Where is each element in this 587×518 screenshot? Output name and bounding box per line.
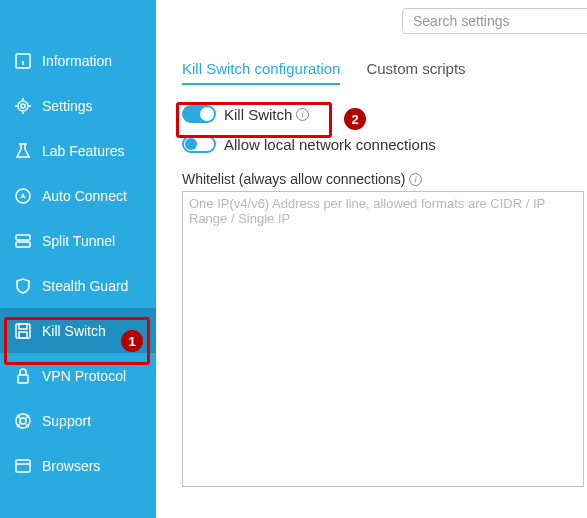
svg-rect-16 <box>18 375 28 383</box>
svg-rect-14 <box>19 324 27 329</box>
sidebar-item-support[interactable]: Support <box>0 398 156 443</box>
allow-local-label: Allow local network connections <box>224 136 436 153</box>
sidebar-item-label: Browsers <box>42 458 100 474</box>
whitelist-input[interactable] <box>182 191 584 487</box>
kill-switch-toggle[interactable] <box>182 105 216 123</box>
svg-point-4 <box>21 104 25 108</box>
sidebar-item-label: Split Tunnel <box>42 233 115 249</box>
tabs: Kill Switch configuration Custom scripts <box>182 60 584 85</box>
shield-icon <box>14 277 32 295</box>
sidebar-item-autoconnect[interactable]: Auto Connect <box>0 173 156 218</box>
svg-rect-11 <box>16 235 30 240</box>
kill-switch-row: Kill Switch i <box>182 105 584 123</box>
layers-icon <box>14 232 32 250</box>
main-content: Kill Switch configuration Custom scripts… <box>156 0 587 518</box>
sidebar: Information Settings Lab Features Auto C… <box>0 0 156 518</box>
svg-rect-12 <box>16 242 30 247</box>
sidebar-item-browsers[interactable]: Browsers <box>0 443 156 488</box>
svg-rect-13 <box>16 324 30 338</box>
whitelist-label: Whitelist (always allow connections) <box>182 171 405 187</box>
sidebar-item-label: VPN Protocol <box>42 368 126 384</box>
sidebar-item-label: Auto Connect <box>42 188 127 204</box>
info-icon[interactable]: i <box>296 108 309 121</box>
tab-killswitch-config[interactable]: Kill Switch configuration <box>182 60 340 85</box>
allow-local-row: Allow local network connections <box>182 135 584 153</box>
sidebar-item-stealthguard[interactable]: Stealth Guard <box>0 263 156 308</box>
svg-rect-23 <box>16 460 30 472</box>
sidebar-item-label: Stealth Guard <box>42 278 128 294</box>
sidebar-item-killswitch[interactable]: Kill Switch <box>0 308 156 353</box>
svg-point-18 <box>20 418 26 424</box>
lifebuoy-icon <box>14 412 32 430</box>
flask-icon <box>14 142 32 160</box>
sidebar-item-label: Support <box>42 413 91 429</box>
info-icon <box>14 52 32 70</box>
sidebar-item-splittunnel[interactable]: Split Tunnel <box>0 218 156 263</box>
compass-icon <box>14 187 32 205</box>
whitelist-label-row: Whitelist (always allow connections) i <box>182 171 584 187</box>
search-wrap <box>402 8 587 34</box>
sidebar-item-lab[interactable]: Lab Features <box>0 128 156 173</box>
search-input[interactable] <box>402 8 587 34</box>
sidebar-item-information[interactable]: Information <box>0 38 156 83</box>
save-icon <box>14 322 32 340</box>
sidebar-item-label: Kill Switch <box>42 323 106 339</box>
kill-switch-label: Kill Switch <box>224 106 292 123</box>
sidebar-item-label: Information <box>42 53 112 69</box>
allow-local-toggle[interactable] <box>182 135 216 153</box>
browser-icon <box>14 457 32 475</box>
sidebar-item-settings[interactable]: Settings <box>0 83 156 128</box>
info-icon[interactable]: i <box>409 173 422 186</box>
sidebar-item-label: Settings <box>42 98 93 114</box>
sidebar-item-vpnprotocol[interactable]: VPN Protocol <box>0 353 156 398</box>
gear-icon <box>14 97 32 115</box>
sidebar-item-label: Lab Features <box>42 143 125 159</box>
svg-point-3 <box>18 101 28 111</box>
svg-rect-15 <box>19 332 27 338</box>
lock-icon <box>14 367 32 385</box>
tab-custom-scripts[interactable]: Custom scripts <box>366 60 465 85</box>
